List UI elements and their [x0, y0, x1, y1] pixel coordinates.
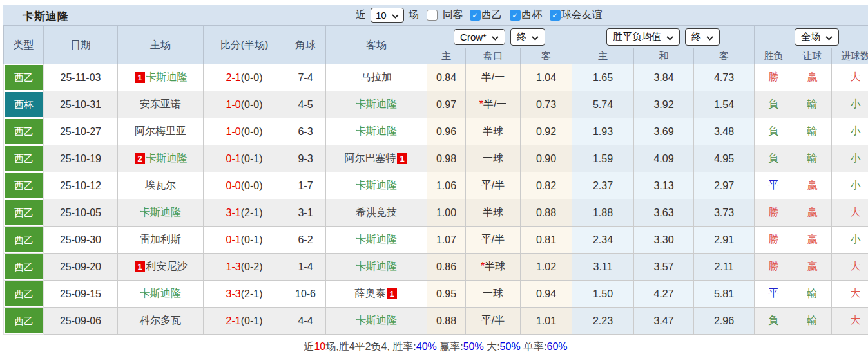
score-cell: 1-3(0-2): [204, 254, 285, 281]
chevron-down-icon: [825, 32, 833, 42]
result-outcome: 負: [755, 308, 793, 335]
away-odds: 0.94: [521, 281, 572, 308]
result-handicap: 輸: [793, 118, 832, 145]
away-team-name: 卡斯迪隆: [356, 261, 397, 272]
team-title: 卡斯迪隆: [23, 9, 69, 24]
sub-header-avg-draw: 和: [634, 48, 694, 64]
score-cell: 0-1(0-1): [204, 145, 285, 172]
avg-home-odds: 1.93: [572, 118, 634, 145]
away-team: 卡斯迪隆: [326, 172, 427, 199]
recent-label: 近: [356, 8, 366, 22]
half-time-score: (0-1): [241, 234, 263, 245]
scope-select[interactable]: 全场: [795, 28, 839, 46]
odds-select-group: Crow* 终: [427, 26, 572, 48]
full-time-score: 0-0: [226, 180, 241, 191]
card-count-badge: 1: [135, 72, 144, 83]
league-checkbox-xiyi[interactable]: ✓: [470, 10, 481, 21]
scope-value: 全场: [801, 31, 820, 43]
home-team-name: 科尔多瓦: [140, 315, 181, 326]
recent-count-select[interactable]: 10: [371, 8, 404, 23]
handicap-cell: 平/半: [466, 172, 521, 199]
result-handicap: 赢: [793, 172, 832, 199]
col-header-type: 类型: [4, 26, 44, 64]
score-cell: 2-1(0-0): [204, 64, 285, 91]
header-row-1: 类型 日期 主场 比分(半场) 角球 客场 Crow*: [4, 26, 868, 48]
handicap-text: 平/半: [481, 180, 505, 190]
league-checkbox-friendly[interactable]: ✓: [550, 10, 561, 21]
avg-away-odds: 2.11: [694, 254, 755, 281]
corners: 4-4: [285, 308, 326, 335]
summary-segment: 10: [314, 341, 325, 352]
away-team-name: 卡斯迪隆: [356, 180, 397, 190]
score-cell: 0-0(0-0): [204, 172, 285, 199]
score-cell: 3-3(2-1): [204, 281, 285, 308]
avg-draw-odds: 3.63: [634, 199, 694, 227]
handicap-cell: 平/半: [466, 227, 521, 254]
odds-stage-select-1[interactable]: 终: [510, 28, 545, 46]
card-count-badge: 1: [135, 261, 144, 272]
competition-cell: 西乙: [4, 254, 44, 281]
match-date: 25-09-15: [44, 281, 118, 308]
handicap-text: 一球: [483, 288, 503, 299]
away-odds: 0.73: [521, 91, 572, 118]
result-handicap: 輸: [793, 145, 832, 172]
card-count-badge: 1: [387, 288, 396, 299]
summary-segment: 大:: [484, 340, 500, 352]
result-goals: 小: [832, 145, 868, 172]
away-team: 马拉加: [326, 64, 427, 91]
avg-away-odds: 5.81: [694, 281, 755, 308]
score-cell: 1-0(0-0): [204, 118, 285, 145]
col-header-score: 比分(半场): [204, 26, 285, 64]
avg-home-odds: 2.34: [572, 227, 634, 254]
half-time-score: (0-0): [241, 72, 263, 83]
result-handicap: 輸: [793, 281, 832, 308]
half-time-score: (0-0): [241, 126, 263, 137]
result-handicap: 赢: [793, 254, 832, 281]
result-outcome: 負: [755, 145, 793, 172]
full-time-score: 0-1: [226, 153, 241, 164]
avg-draw-odds: 3.57: [634, 254, 694, 281]
result-goals: 大: [832, 254, 868, 281]
competition-badge: 西乙: [5, 254, 43, 279]
match-row: 西乙25-09-06科尔多瓦2-1(0-1)4-4卡斯迪隆0.88平/半1.01…: [4, 308, 868, 335]
avg-away-odds: 2.97: [694, 172, 755, 199]
competition-cell: 西乙: [4, 281, 44, 308]
match-history-panel: 卡斯迪隆 近 10 场 同客 ✓ 西乙 ✓ 西杯 ✓ 球会友谊: [0, 0, 868, 352]
competition-badge: 西乙: [5, 146, 43, 171]
home-team: 埃瓦尔: [118, 172, 204, 199]
home-team: 卡斯迪隆: [118, 281, 204, 308]
summary-footer: 近10场,胜4平2负4, 胜率:40% 赢率:50% 大:50% 单率:60%: [3, 335, 868, 352]
result-outcome: 負: [755, 91, 793, 118]
avg-draw-odds: 3.13: [634, 172, 694, 199]
table-panel: 卡斯迪隆 近 10 场 同客 ✓ 西乙 ✓ 西杯 ✓ 球会友谊: [3, 0, 868, 352]
match-rows: 西乙25-11-031卡斯迪隆2-1(0-0)7-4马拉加0.84半/一1.04…: [4, 64, 868, 335]
avg-away-odds: 1.54: [694, 91, 755, 118]
odds-stage-select-2[interactable]: 终: [685, 28, 720, 46]
result-handicap: 輸: [793, 308, 832, 335]
avg-type-select[interactable]: 胜平负均值: [606, 28, 680, 46]
col-header-home: 主场: [118, 26, 204, 64]
result-outcome: 平: [755, 172, 793, 199]
col-header-date: 日期: [44, 26, 118, 64]
handicap-cell: 一球: [466, 145, 521, 172]
away-team-name: 马拉加: [361, 71, 392, 82]
avg-draw-odds: 4.27: [634, 281, 694, 308]
away-team-name: 卡斯迪隆: [356, 234, 397, 245]
same-opponent-label: 同客: [443, 8, 463, 22]
odds-company-select[interactable]: Crow*: [454, 29, 505, 45]
same-opponent-checkbox[interactable]: [427, 10, 438, 21]
home-odds: 0.98: [427, 145, 466, 172]
competition-badge: 西乙: [5, 173, 43, 198]
avg-home-odds: 1.59: [572, 145, 634, 172]
half-time-score: (2-1): [241, 207, 263, 218]
avg-home-odds: 1.65: [572, 64, 634, 91]
result-handicap: 輸: [793, 91, 832, 118]
avg-home-odds: 1.88: [572, 199, 634, 227]
home-odds: 1.00: [427, 199, 466, 227]
league-checkbox-xibei[interactable]: ✓: [510, 10, 521, 21]
competition-badge: 西乙: [5, 65, 43, 90]
away-team: 希洪竞技: [326, 199, 427, 227]
full-time-score: 1-0: [226, 126, 241, 137]
avg-away-odds: 3.48: [694, 118, 755, 145]
home-team: 卡斯迪隆: [118, 199, 204, 227]
